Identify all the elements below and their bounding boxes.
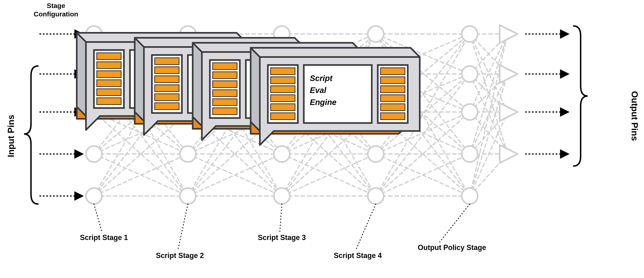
svg-rect-32 bbox=[213, 72, 237, 79]
svg-rect-55 bbox=[380, 77, 405, 84]
output-triangle-icon bbox=[500, 25, 518, 43]
svg-rect-56 bbox=[380, 86, 405, 93]
node-circle-icon bbox=[274, 188, 290, 204]
output-triangle-icon bbox=[500, 103, 518, 121]
node-circle-icon bbox=[274, 146, 290, 162]
leader-line bbox=[94, 204, 102, 232]
svg-rect-20 bbox=[155, 94, 179, 101]
card-text: Script bbox=[310, 74, 333, 83]
svg-rect-33 bbox=[213, 81, 237, 88]
card-text: Eval bbox=[310, 86, 326, 95]
input-pins-label: Input Pins bbox=[6, 115, 16, 157]
svg-rect-54 bbox=[380, 68, 405, 75]
leader-lines bbox=[94, 204, 470, 250]
node-circle-icon bbox=[462, 26, 478, 42]
stage-4-label: Script Stage 4 bbox=[334, 251, 382, 259]
node-circle-icon bbox=[368, 146, 384, 162]
svg-rect-58 bbox=[380, 104, 405, 111]
svg-rect-34 bbox=[213, 90, 237, 97]
svg-rect-35 bbox=[213, 99, 237, 106]
node-circle-icon bbox=[86, 146, 102, 162]
svg-rect-31 bbox=[213, 63, 237, 70]
svg-rect-36 bbox=[213, 108, 237, 115]
leader-line bbox=[440, 204, 470, 242]
svg-rect-18 bbox=[155, 76, 179, 83]
leader-line bbox=[280, 204, 282, 232]
svg-rect-16 bbox=[155, 58, 179, 65]
leader-line bbox=[356, 204, 376, 250]
stage-3-label: Script Stage 3 bbox=[258, 233, 306, 242]
svg-rect-21 bbox=[155, 103, 179, 110]
svg-rect-4 bbox=[97, 80, 121, 87]
svg-rect-48 bbox=[271, 86, 295, 93]
svg-rect-19 bbox=[155, 85, 179, 92]
svg-rect-59 bbox=[380, 113, 405, 120]
leader-line bbox=[178, 204, 188, 250]
stage-config-label-2: Configuration bbox=[34, 10, 78, 18]
svg-rect-47 bbox=[271, 77, 295, 84]
svg-rect-3 bbox=[97, 71, 121, 78]
stage-2-label: Script Stage 2 bbox=[156, 251, 204, 259]
script-engine-cards: SEISEScEnEScriptEvalEngine bbox=[77, 33, 420, 145]
stage-config-label-1: Stage bbox=[47, 2, 65, 10]
output-brace-icon bbox=[574, 26, 588, 166]
output-pins-label: Output Pins bbox=[630, 91, 640, 141]
svg-rect-2 bbox=[97, 62, 121, 69]
output-triangle-icon bbox=[500, 145, 518, 163]
svg-rect-51 bbox=[271, 113, 295, 120]
svg-rect-57 bbox=[380, 95, 405, 102]
script-engine-card: ScriptEvalEngine bbox=[251, 48, 420, 145]
pipeline-diagram: Stage Configuration Input Pins Output Pi… bbox=[0, 0, 644, 278]
node-circle-icon bbox=[180, 188, 196, 204]
card-text: Engine bbox=[310, 98, 336, 107]
node-circle-icon bbox=[462, 146, 478, 162]
svg-rect-6 bbox=[97, 98, 121, 105]
svg-rect-1 bbox=[97, 53, 121, 60]
svg-rect-5 bbox=[97, 89, 121, 96]
svg-rect-46 bbox=[271, 68, 295, 75]
node-circle-icon bbox=[462, 188, 478, 204]
stage-1-label: Script Stage 1 bbox=[80, 233, 128, 242]
node-circle-icon bbox=[180, 146, 196, 162]
node-circle-icon bbox=[462, 66, 478, 82]
svg-rect-17 bbox=[155, 67, 179, 74]
node-circle-icon bbox=[368, 26, 384, 42]
node-circle-icon bbox=[368, 188, 384, 204]
svg-rect-49 bbox=[271, 95, 295, 102]
output-policy-label: Output Policy Stage bbox=[418, 243, 486, 251]
node-circle-icon bbox=[86, 188, 102, 204]
svg-rect-50 bbox=[271, 104, 295, 111]
input-brace-icon bbox=[24, 66, 38, 204]
output-triangle-icon bbox=[500, 65, 518, 83]
node-circle-icon bbox=[462, 104, 478, 120]
